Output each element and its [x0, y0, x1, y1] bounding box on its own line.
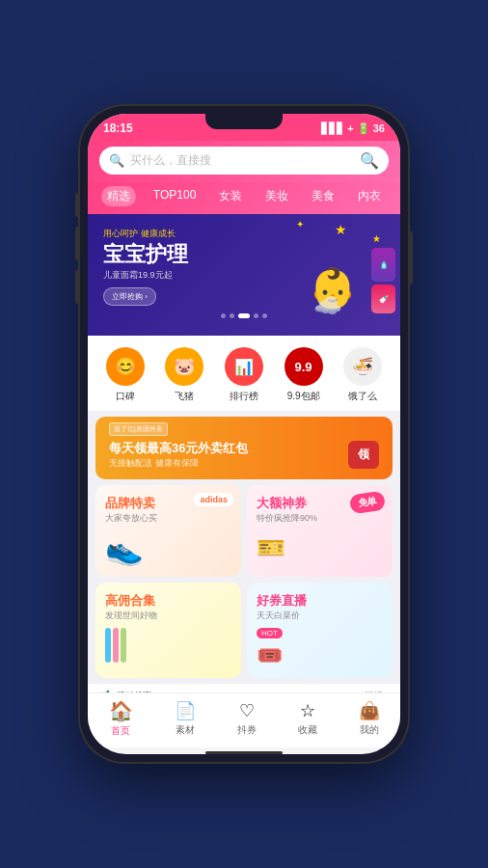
doupai-label: 抖券	[237, 723, 257, 737]
promo-content: 每天领最高36元外卖红包 无接触配送 健康有保障	[109, 440, 340, 470]
toothbrush-icon	[105, 628, 231, 663]
power-button	[409, 231, 413, 285]
icon-paixingbang[interactable]: 📊 排行榜	[225, 347, 263, 403]
card-coupon-subtitle: 特价疯抢降90%	[257, 512, 383, 525]
banner-decoration: ★ ★ ✦ 👶 ☁️ 🧴 🍼	[275, 214, 400, 336]
hero-banner[interactable]: 用心呵护 健康成长 宝宝护理 儿童面霜19.9元起 立即抢购 › ★ ★ ✦ 👶…	[88, 214, 400, 336]
shoucang-icon: ☆	[300, 700, 315, 721]
paixingbang-icon: 📊	[225, 347, 263, 386]
dot-1	[221, 313, 226, 318]
volume-up-button	[75, 193, 79, 217]
mine-label: 我的	[360, 723, 379, 737]
99baoyou-label: 9.9包邮	[287, 390, 320, 403]
signal-icon: ▋▋▋	[321, 122, 344, 135]
shoucang-label: 收藏	[298, 723, 317, 737]
home-label: 首页	[111, 724, 130, 738]
card-brand-sale[interactable]: 品牌特卖 大家夸放心买 👟 adidas	[95, 485, 241, 577]
live-voucher-icon: 🎟️	[257, 643, 383, 668]
tab-jingxuan[interactable]: 精选	[101, 186, 136, 206]
coupon-icon: 🎫	[257, 534, 383, 561]
battery-level: 36	[373, 122, 385, 134]
phone-frame: 18:15 ▋▋▋ + 🔋 36 🔍 买什么，直接搜 🔍 精选 TOP100 女…	[80, 106, 408, 762]
promo-subtitle: 无接触配送 健康有保障	[109, 457, 340, 470]
nav-shoucang[interactable]: ☆ 收藏	[298, 700, 317, 737]
icon-eleme[interactable]: 🍜 饿了么	[343, 347, 382, 403]
sucai-icon: 📄	[175, 700, 196, 721]
card-collection-subtitle: 发现世间好物	[105, 610, 231, 622]
eleme-label: 饿了么	[348, 390, 377, 403]
icon-99baoyou[interactable]: 9.9 9.9包邮	[285, 347, 323, 403]
search-bar[interactable]: 🔍 买什么，直接搜 🔍	[99, 147, 389, 175]
icon-koubeipai[interactable]: 😊 口碑	[106, 347, 145, 403]
notch	[205, 114, 283, 129]
tab-nvzhuang[interactable]: 女装	[213, 186, 248, 206]
mine-icon: 👜	[359, 700, 380, 721]
shoe-icon: 👟	[105, 530, 231, 567]
silent-button	[75, 270, 79, 304]
bottom-ticker: 📢 赔对优惠 15001... 详情 >	[88, 684, 400, 692]
search-icon: 🔍	[109, 153, 124, 168]
phone-screen: 18:15 ▋▋▋ + 🔋 36 🔍 买什么，直接搜 🔍 精选 TOP100 女…	[88, 114, 400, 754]
banner-cta-button[interactable]: 立即抢购 ›	[103, 287, 156, 306]
bottom-navigation: 🏠 首页 📄 素材 ♡ 抖券 ☆ 收藏 👜 我的	[88, 692, 400, 747]
99baoyou-icon: 9.9	[285, 347, 323, 386]
card-collection[interactable]: 高佣合集 发现世间好物	[95, 583, 241, 678]
tab-neiyi[interactable]: 内衣	[352, 186, 387, 206]
battery-icon: 🔋	[357, 122, 370, 135]
promotion-cards: 品牌特卖 大家夸放心买 👟 adidas 大额神券 特价疯抢降90% 免单 🎫 …	[95, 485, 393, 678]
icon-feizhu[interactable]: 🐷 飞猪	[165, 347, 203, 403]
home-indicator	[205, 751, 283, 754]
promo-title: 每天领最高36元外卖红包	[109, 440, 340, 457]
nav-sucai[interactable]: 📄 素材	[175, 700, 196, 737]
dot-5	[262, 313, 267, 318]
card-live-voucher[interactable]: 好券直播 天天白菜价 HOT 🎟️	[247, 583, 393, 678]
tab-meishi[interactable]: 美食	[306, 186, 340, 206]
doupai-icon: ♡	[239, 700, 255, 721]
star-icon-3: ✦	[296, 219, 304, 230]
star-icon-2: ★	[372, 233, 381, 244]
card-live-subtitle: 天天白菜价	[257, 610, 383, 622]
search-camera-icon[interactable]: 🔍	[360, 151, 379, 170]
search-placeholder: 买什么，直接搜	[130, 152, 354, 169]
header: 🔍 买什么，直接搜 🔍	[88, 141, 400, 182]
card-collection-title: 高佣合集	[105, 592, 231, 610]
category-tabs: 精选 TOP100 女装 美妆 美食 内衣	[88, 182, 400, 214]
adidas-badge: adidas	[194, 493, 233, 506]
star-icon-1: ★	[335, 222, 347, 237]
dot-3-active	[238, 313, 250, 318]
sucai-label: 素材	[176, 723, 195, 737]
feizhu-icon: 🐷	[165, 347, 203, 386]
card-live-title: 好券直播	[257, 592, 383, 610]
status-time: 18:15	[103, 122, 133, 135]
hot-badge: HOT	[257, 628, 283, 638]
promo-claim-button[interactable]: 领	[348, 441, 379, 469]
promo-banner[interactable]: 送了亿|美团外卖 每天领最高36元外卖红包 无接触配送 健康有保障 领	[95, 417, 393, 479]
nav-doupai[interactable]: ♡ 抖券	[237, 700, 257, 737]
promo-badge: 送了亿|美团外卖	[109, 422, 168, 436]
nav-home[interactable]: 🏠 首页	[109, 699, 133, 738]
main-content: 用心呵护 健康成长 宝宝护理 儿童面霜19.9元起 立即抢购 › ★ ★ ✦ 👶…	[88, 214, 400, 692]
dot-4	[254, 313, 258, 318]
card-big-coupon[interactable]: 大额神券 特价疯抢降90% 免单 🎫	[247, 485, 393, 577]
koubeipai-label: 口碑	[116, 390, 135, 403]
volume-down-button	[75, 227, 79, 260]
dot-2	[230, 313, 234, 318]
paixingbang-label: 排行榜	[230, 390, 258, 403]
tab-top100[interactable]: TOP100	[148, 186, 202, 206]
card-brand-subtitle: 大家夸放心买	[105, 512, 231, 525]
quick-access-grid: 😊 口碑 🐷 飞猪 📊 排行榜 9.9 9.9包邮 🍜 饿了么	[88, 336, 400, 411]
wifi-icon: +	[347, 122, 353, 134]
home-icon: 🏠	[109, 699, 133, 722]
feizhu-label: 飞猪	[175, 390, 194, 403]
status-icons: ▋▋▋ + 🔋 36	[321, 122, 385, 135]
nav-mine[interactable]: 👜 我的	[359, 700, 380, 737]
eleme-icon: 🍜	[343, 347, 382, 386]
koubeipai-icon: 😊	[106, 347, 145, 386]
tab-meizhuang[interactable]: 美妆	[259, 186, 294, 206]
